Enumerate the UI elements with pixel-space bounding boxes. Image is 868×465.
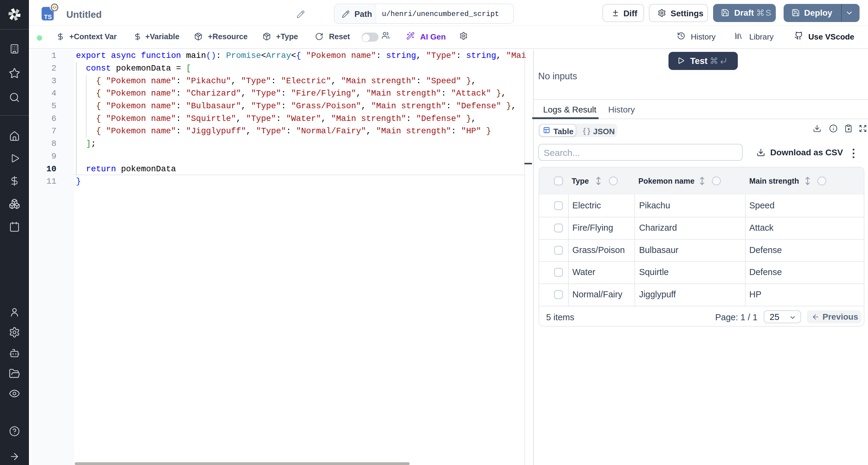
- svg-text:TS: TS: [44, 13, 52, 20]
